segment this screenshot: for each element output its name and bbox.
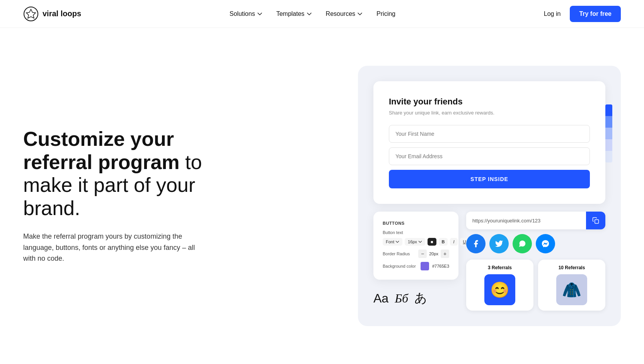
chevron-down-icon <box>418 240 422 244</box>
color-swatch-row: #7765E3 <box>421 262 449 270</box>
nav-resources[interactable]: Resources <box>326 10 363 17</box>
step-inside-button[interactable]: STEP INSIDE <box>389 170 590 188</box>
font-cyrillic: Бб <box>395 291 408 306</box>
svg-rect-2 <box>595 220 599 224</box>
reward-card-3ref: 3 Referrals 😊 <box>466 260 533 311</box>
reward-card-10ref: 10 Referrals 🧥 <box>538 260 605 311</box>
reward-3ref-image: 😊 <box>484 274 515 305</box>
chevron-down-icon <box>257 11 262 17</box>
italic-button[interactable]: I <box>450 238 457 246</box>
invite-card-subtitle: Share your unique link, earn exclusive r… <box>389 110 590 116</box>
logo[interactable]: viral loops <box>23 6 81 22</box>
decrease-radius-button[interactable]: − <box>418 250 427 258</box>
reward-10ref-image: 🧥 <box>556 274 587 305</box>
reward-3ref-label: 3 Referrals <box>472 265 527 270</box>
email-input[interactable] <box>389 147 590 165</box>
hero-visual: Invite your friends Share your unique li… <box>271 66 621 326</box>
logo-text: viral loops <box>43 9 81 18</box>
nav-actions: Log in Try for free <box>544 6 621 22</box>
invite-card-title: Invite your friends <box>389 97 590 107</box>
border-radius-control: − 20px + <box>418 250 449 258</box>
color-picker-btn[interactable]: ■ <box>428 238 436 246</box>
bottom-right-col: https://youruniquelink.com/123 <box>466 212 605 311</box>
reward-10ref-label: 10 Referrals <box>544 265 599 270</box>
whatsapp-share-button[interactable] <box>513 234 532 253</box>
nav-templates[interactable]: Templates <box>276 10 312 17</box>
button-editor-panel: BUTTONS Button text Font 16px ■ <box>373 212 458 307</box>
bottom-row: BUTTONS Button text Font 16px ■ <box>373 212 605 311</box>
visual-background: Invite your friends Share your unique li… <box>358 66 621 326</box>
text-toolbar: Font 16px ■ B I U <box>383 238 449 246</box>
nav-pricing[interactable]: Pricing <box>377 10 395 17</box>
border-radius-row: Border Radius − 20px + <box>383 250 449 258</box>
rewards-row: 3 Referrals 😊 10 Referrals 🧥 <box>466 260 605 311</box>
color-swatch[interactable] <box>421 262 429 270</box>
social-share-buttons <box>466 234 605 253</box>
facebook-icon <box>472 239 480 248</box>
font-size-selector[interactable]: 16px <box>405 238 425 246</box>
navbar: viral loops Solutions Templates Resource… <box>0 0 644 28</box>
link-share-row: https://youruniquelink.com/123 <box>466 212 605 229</box>
font-latin: Aa <box>373 291 388 306</box>
button-text-label: Button text <box>383 230 449 235</box>
hero-description: Make the referral program yours by custo… <box>23 231 209 264</box>
copy-icon <box>592 217 599 224</box>
nav-solutions[interactable]: Solutions <box>230 10 262 17</box>
chevron-down-icon <box>357 11 363 17</box>
messenger-share-button[interactable] <box>536 234 555 253</box>
logo-icon <box>23 6 39 22</box>
first-name-input[interactable] <box>389 125 590 143</box>
main-content: Customize your referral program to make … <box>0 28 644 364</box>
facebook-share-button[interactable] <box>466 234 486 253</box>
twitter-share-button[interactable] <box>489 234 509 253</box>
invite-card: Invite your friends Share your unique li… <box>373 81 605 204</box>
chevron-down-icon <box>307 11 312 17</box>
nav-links: Solutions Templates Resources Pricing <box>230 10 395 17</box>
whatsapp-icon <box>518 239 526 248</box>
unique-link-url: https://youruniquelink.com/123 <box>466 212 586 229</box>
blue-bar-decoration <box>605 104 612 162</box>
background-color-row: Background color #7765E3 <box>383 262 449 270</box>
btn-editor-card: BUTTONS Button text Font 16px ■ <box>373 212 458 280</box>
svg-marker-1 <box>26 9 36 18</box>
hero-title: Customize your referral program to make … <box>23 128 240 220</box>
font-japanese: あ <box>414 290 427 307</box>
login-button[interactable]: Log in <box>544 10 561 17</box>
copy-link-button[interactable] <box>586 212 605 229</box>
font-selector[interactable]: Font <box>383 238 402 246</box>
messenger-icon <box>541 239 550 248</box>
buttons-label: BUTTONS <box>383 221 449 226</box>
chevron-down-icon <box>395 240 399 244</box>
fonts-display: Aa Бб あ <box>373 290 458 307</box>
twitter-icon <box>495 239 503 248</box>
hero-left: Customize your referral program to make … <box>23 128 240 265</box>
try-for-free-button[interactable]: Try for free <box>570 6 621 22</box>
increase-radius-button[interactable]: + <box>441 250 449 258</box>
bold-button[interactable]: B <box>439 238 448 246</box>
